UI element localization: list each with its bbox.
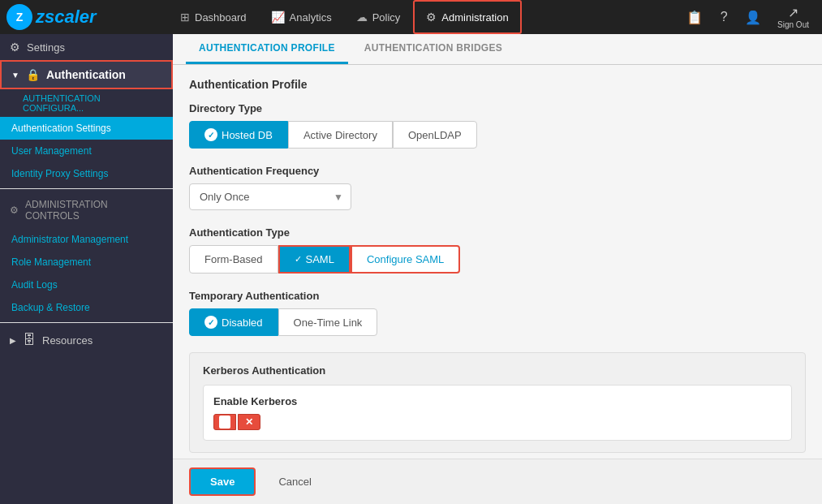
user-icon[interactable]: 👤 — [742, 6, 764, 28]
dashboard-icon: ⊞ — [180, 11, 190, 24]
active-directory-label: Active Directory — [303, 129, 377, 141]
auth-frequency-select-wrapper: Only Once Every Login Every Session ▼ — [189, 183, 351, 210]
administrator-management-label: Administrator Management — [11, 234, 128, 245]
one-time-link-label: One-Time Link — [294, 317, 363, 329]
resources-db-icon: 🗄 — [23, 333, 36, 347]
tab-auth-profile[interactable]: Authentication Profile — [186, 34, 348, 64]
main-layout: ⚙ Settings ▼ 🔒 Authentication AUTHENTICA… — [0, 34, 822, 504]
btn-saml[interactable]: ✓ SAML — [278, 245, 351, 274]
resources-expand-icon: ▶ — [10, 336, 16, 345]
directory-type-group: Directory Type ✓ Hosted DB Active Direct… — [189, 102, 806, 149]
save-button[interactable]: Save — [189, 467, 256, 496]
admin-controls-icon: ⚙ — [10, 205, 19, 216]
auth-lock-icon: 🔒 — [26, 68, 40, 81]
hosted-db-check-icon: ✓ — [204, 128, 217, 141]
sidebar-settings-header[interactable]: ⚙ Settings — [0, 34, 173, 60]
tab-auth-bridges-label: Authentication Bridges — [364, 42, 502, 54]
form-section-title: Authentication Profile — [189, 78, 806, 91]
enable-kerberos-toggle[interactable]: ✕ — [213, 414, 781, 430]
toggle-x-area[interactable]: ✕ — [238, 414, 260, 430]
sidebar-auth-label: Authentication — [46, 68, 126, 81]
sidebar-audit-logs[interactable]: Audit Logs — [0, 274, 173, 296]
tab-auth-profile-label: Authentication Profile — [199, 42, 335, 54]
sidebar-administrator-management[interactable]: Administrator Management — [0, 228, 173, 251]
kerberos-inner: Enable Kerberos ✕ — [203, 385, 792, 441]
sidebar-role-management[interactable]: Role Management — [0, 251, 173, 274]
sidebar-resources-label: Resources — [42, 334, 93, 347]
auth-settings-label: Authentication Settings — [11, 123, 111, 134]
nav-item-policy-label: Policy — [372, 11, 401, 24]
policy-icon: ☁ — [356, 11, 368, 24]
role-management-label: Role Management — [11, 256, 91, 268]
saml-label: SAML — [306, 253, 334, 265]
auth-type-group: Authentication Type Form-Based ✓ SAML Co… — [189, 226, 806, 274]
toggle-off-area[interactable] — [213, 414, 236, 430]
help-icon[interactable]: ? — [712, 6, 735, 28]
nav-right: 📋 ? 👤 ↗ Sign Out — [683, 5, 816, 29]
nav-item-policy[interactable]: ☁ Policy — [345, 0, 412, 34]
btn-disabled[interactable]: ✓ Disabled — [189, 308, 278, 336]
btn-active-directory[interactable]: Active Directory — [288, 121, 393, 149]
auth-frequency-group: Authentication Frequency Only Once Every… — [189, 165, 806, 210]
logo-text: zscaler — [36, 6, 97, 28]
auth-type-label: Authentication Type — [189, 226, 806, 239]
signout-icon: ↗ — [788, 5, 798, 20]
footer-bar: Save Cancel — [173, 459, 822, 504]
backup-restore-label: Backup & Restore — [11, 302, 90, 313]
signout-label: Sign Out — [777, 20, 809, 29]
directory-type-label: Directory Type — [189, 102, 806, 114]
sidebar-admin-controls-header[interactable]: ⚙ ADMINISTRATION CONTROLS — [0, 192, 173, 228]
nav-item-analytics[interactable]: 📈 Analytics — [260, 0, 343, 34]
directory-type-buttons: ✓ Hosted DB Active Directory OpenLDAP — [189, 121, 806, 149]
cancel-button[interactable]: Cancel — [265, 469, 324, 494]
form-based-label: Form-Based — [204, 253, 263, 265]
sidebar-user-management[interactable]: User Management — [0, 140, 173, 162]
auth-frequency-select[interactable]: Only Once Every Login Every Session — [189, 183, 351, 210]
nav-item-dashboard[interactable]: ⊞ Dashboard — [169, 0, 258, 34]
disabled-label: Disabled — [222, 317, 263, 329]
audit-logs-label: Audit Logs — [11, 279, 58, 291]
btn-hosted-db[interactable]: ✓ Hosted DB — [189, 121, 288, 149]
top-navigation: Z zscaler ⊞ Dashboard 📈 Analytics ☁ Poli… — [0, 0, 822, 34]
tabs-bar: Authentication Profile Authentication Br… — [173, 34, 822, 65]
content-area: Authentication Profile Authentication Br… — [173, 34, 822, 504]
hosted-db-label: Hosted DB — [222, 129, 273, 141]
temp-auth-buttons: ✓ Disabled One-Time Link — [189, 308, 806, 336]
temp-auth-group: Temporary Authentication ✓ Disabled One-… — [189, 290, 806, 336]
analytics-icon: 📈 — [271, 11, 285, 24]
kerberos-title: Kerberos Authentication — [203, 364, 792, 377]
sidebar: ⚙ Settings ▼ 🔒 Authentication AUTHENTICA… — [0, 34, 173, 504]
disabled-check-icon: ✓ — [204, 316, 217, 329]
nav-items: ⊞ Dashboard 📈 Analytics ☁ Policy ⚙ Admin… — [169, 0, 683, 34]
nav-item-dashboard-label: Dashboard — [195, 11, 247, 24]
sidebar-backup-restore[interactable]: Backup & Restore — [0, 296, 173, 319]
sidebar-auth-settings[interactable]: Authentication Settings — [0, 117, 173, 140]
user-management-label: User Management — [11, 145, 92, 157]
btn-form-based[interactable]: Form-Based — [189, 245, 278, 274]
signout-button[interactable]: ↗ Sign Out — [771, 5, 816, 29]
logo-icon: Z — [6, 4, 32, 30]
logo-label: zscaler — [36, 6, 97, 28]
auth-collapse-icon: ▼ — [11, 71, 19, 80]
checklist-icon[interactable]: 📋 — [683, 6, 706, 28]
logo-area: Z zscaler — [6, 4, 169, 30]
nav-item-analytics-label: Analytics — [290, 11, 332, 24]
auth-config-label: AUTHENTICATION CONFIGURA... — [23, 93, 101, 113]
sidebar-identity-proxy[interactable]: Identity Proxy Settings — [0, 162, 173, 185]
nav-item-administration-label: Administration — [441, 11, 508, 24]
tab-auth-bridges[interactable]: Authentication Bridges — [351, 34, 515, 64]
btn-one-time-link[interactable]: One-Time Link — [278, 308, 378, 336]
sidebar-auth-header[interactable]: ▼ 🔒 Authentication — [0, 60, 173, 89]
btn-configure-saml[interactable]: Configure SAML — [351, 245, 460, 274]
enable-kerberos-label: Enable Kerberos — [213, 395, 781, 407]
toggle-handle — [219, 416, 230, 429]
btn-openldap[interactable]: OpenLDAP — [393, 121, 477, 149]
auth-type-buttons: Form-Based ✓ SAML Configure SAML — [189, 245, 806, 274]
sidebar-resources-header[interactable]: ▶ 🗄 Resources — [0, 326, 173, 354]
temp-auth-label: Temporary Authentication — [189, 290, 806, 302]
nav-item-administration[interactable]: ⚙ Administration — [413, 0, 521, 34]
sidebar-auth-config[interactable]: AUTHENTICATION CONFIGURA... — [0, 89, 173, 117]
administration-icon: ⚙ — [426, 11, 437, 24]
sidebar-settings-label: Settings — [27, 41, 65, 54]
kerberos-section: Kerberos Authentication Enable Kerberos … — [189, 352, 806, 453]
